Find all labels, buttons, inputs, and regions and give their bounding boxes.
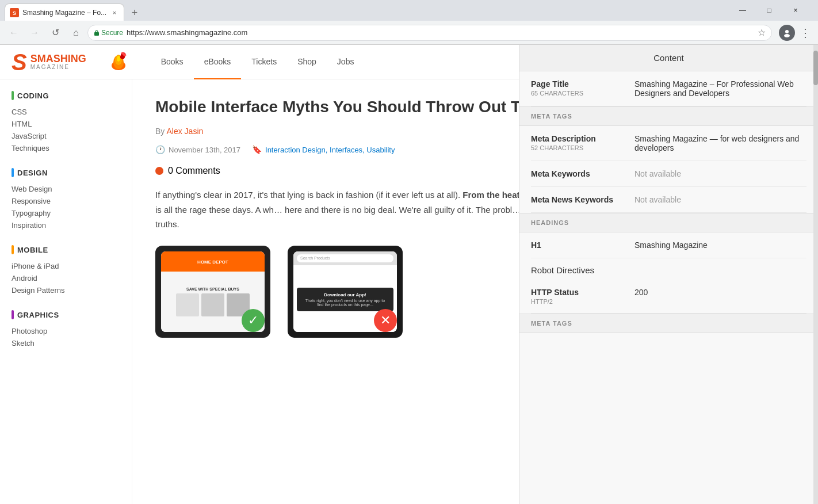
cross-badge: ✕ <box>374 309 397 332</box>
article-date: 🕐 November 13th, 2017 <box>155 145 240 154</box>
home-button[interactable]: ⌂ <box>67 24 85 42</box>
url-text: https://www.smashingmagazine.com <box>127 28 754 37</box>
nav-shop[interactable]: Shop <box>287 45 327 79</box>
design-label: DESIGN <box>17 169 48 177</box>
seo-scrollbar[interactable] <box>813 45 818 504</box>
active-tab[interactable]: S Smashing Magazine – Fo... × <box>5 3 124 21</box>
meta-keywords-label: Meta Keywords <box>531 169 623 178</box>
sidebar-section-mobile: MOBILE iPhone & iPad Android Design Patt… <box>12 245 120 296</box>
sidebar-item-inspiration[interactable]: Inspiration <box>12 219 120 231</box>
seo-row-meta-news: Meta News Keywords Not available <box>531 187 806 213</box>
back-button[interactable]: ← <box>5 24 23 42</box>
tab-close-button[interactable]: × <box>110 8 119 17</box>
sidebar-item-typography[interactable]: Typography <box>12 207 120 219</box>
forward-button[interactable]: → <box>25 24 44 42</box>
article-date-text: November 13th, 2017 <box>169 146 240 154</box>
tab-bar: S Smashing Magazine – Fo... × + <box>5 0 364 21</box>
page-title-value: Smashing Magazine – For Professional Web… <box>634 79 806 98</box>
sidebar-item-design-patterns[interactable]: Design Patterns <box>12 284 120 296</box>
mobile-label: MOBILE <box>17 246 48 254</box>
title-bar: S Smashing Magazine – Fo... × + — □ × <box>0 0 818 21</box>
headings-section-header: HEADINGS <box>519 213 818 232</box>
site-nav: Books eBooks Tickets Shop Jobs <box>151 45 365 79</box>
seo-label-page-title: Page Title 65 CHARACTERS <box>531 79 623 97</box>
meta-keywords-value: Not available <box>634 169 806 178</box>
svg-point-4 <box>784 34 790 37</box>
seo-section-headings: H1 Smashing Magazine <box>519 232 818 258</box>
sidebar-item-sketch[interactable]: Sketch <box>12 337 120 349</box>
sidebar-item-javascript[interactable]: JavaScript <box>12 130 120 142</box>
seo-row-h1: H1 Smashing Magazine <box>531 232 806 258</box>
address-bar[interactable]: Secure https://www.smashingmagazine.com … <box>87 25 772 41</box>
download-title: Download our App! <box>303 292 388 297</box>
seo-section-main: Page Title 65 CHARACTERS Smashing Magazi… <box>519 71 818 106</box>
clock-icon: 🕐 <box>155 145 165 154</box>
nav-ebooks[interactable]: eBooks <box>194 45 242 79</box>
http-status-label: HTTP Status <box>531 288 623 297</box>
product-img-2 <box>201 293 224 316</box>
meta-news-label: Meta News Keywords <box>531 195 623 204</box>
check-badge: ✓ <box>242 309 265 332</box>
nav-tickets[interactable]: Tickets <box>241 45 287 79</box>
browser-menu-button[interactable]: ⋮ <box>797 25 813 41</box>
seo-panel: Content Page Title 65 CHARACTERS Smashin… <box>519 45 818 504</box>
phone-search-bar: Search Products <box>293 251 397 265</box>
meta-tags-section-header: META TAGS <box>519 106 818 126</box>
svg-point-3 <box>785 30 789 33</box>
svg-text:HOME DEPOT: HOME DEPOT <box>197 259 228 265</box>
meta-tags-section-header-2: META TAGS <box>519 314 818 333</box>
phone-image-2: Search Products Download our App! Thats … <box>288 246 403 338</box>
seo-row-meta-keywords: Meta Keywords Not available <box>531 161 806 187</box>
page-title-label: Page Title <box>531 79 623 89</box>
new-tab-button[interactable]: + <box>127 5 143 21</box>
article-author[interactable]: Alex Jasin <box>166 127 203 136</box>
byline-prefix: By <box>155 127 166 136</box>
seo-scrollbar-thumb[interactable] <box>813 51 818 85</box>
sidebar-category-graphics: GRAPHICS <box>12 310 120 319</box>
seo-label-http-status: HTTP Status HTTP/2 <box>531 288 623 305</box>
sidebar-item-techniques[interactable]: Techniques <box>12 142 120 154</box>
sidebar-category-mobile: MOBILE <box>12 245 120 254</box>
seo-row-meta-desc: Meta Description 52 CHARACTERS Smashing … <box>531 126 806 161</box>
logo-text: SMASHING MAGAZINE <box>30 54 86 70</box>
comments-count: 0 Comments <box>168 166 220 176</box>
maximize-button[interactable]: □ <box>756 2 782 19</box>
download-sub: Thats right, you don't need to use any a… <box>303 299 388 307</box>
navigation-bar: ← → ↺ ⌂ Secure https://www.smashingmagaz… <box>0 21 818 45</box>
sidebar-section-coding: CODING CSS HTML JavaScript Techniques <box>12 91 120 154</box>
sidebar-item-html[interactable]: HTML <box>12 118 120 130</box>
sidebar-item-css[interactable]: CSS <box>12 106 120 118</box>
seo-row-page-title: Page Title 65 CHARACTERS Smashing Magazi… <box>531 71 806 106</box>
close-button[interactable]: × <box>782 2 809 19</box>
phone-screen-header: HOME DEPOT <box>161 251 265 272</box>
meta-desc-value: Smashing Magazine — for web designers an… <box>634 134 806 152</box>
meta-desc-label: Meta Description <box>531 134 623 143</box>
sidebar-item-photoshop[interactable]: Photoshop <box>12 325 120 337</box>
svg-point-8 <box>117 56 120 62</box>
nav-jobs[interactable]: Jobs <box>327 45 365 79</box>
seo-section-robot: HTTP Status HTTP/2 200 <box>519 280 818 314</box>
product-img-1 <box>176 293 199 316</box>
logo-s-letter: S <box>12 51 27 74</box>
refresh-button[interactable]: ↺ <box>46 24 64 42</box>
download-popup: Download our App! Thats right, you don't… <box>297 288 393 311</box>
tab-favicon: S <box>10 8 19 17</box>
sidebar-item-webdesign[interactable]: Web Design <box>12 183 120 195</box>
article-categories-text[interactable]: Interaction Design, Interfaces, Usabilit… <box>265 146 395 154</box>
page-area: S SMASHING MAGAZINE <box>0 45 818 504</box>
site-logo: S SMASHING MAGAZINE <box>12 51 86 74</box>
nav-books[interactable]: Books <box>151 45 194 79</box>
sidebar-item-iphone-ipad[interactable]: iPhone & iPad <box>12 260 120 272</box>
seo-panel-header: Content <box>519 45 818 71</box>
sidebar-category-design: DESIGN <box>12 168 120 177</box>
profile-button[interactable] <box>779 25 795 41</box>
sidebar: CODING CSS HTML JavaScript Techniques DE… <box>0 79 132 504</box>
sidebar-category-coding: CODING <box>12 91 120 100</box>
sidebar-item-responsive[interactable]: Responsive <box>12 195 120 207</box>
minimize-button[interactable]: — <box>729 2 756 19</box>
secure-label: Secure <box>101 29 123 37</box>
logo-magazine: MAGAZINE <box>30 64 86 70</box>
sidebar-item-android[interactable]: Android <box>12 272 120 284</box>
bookmark-button[interactable]: ☆ <box>758 27 766 38</box>
comments-dot <box>155 167 163 175</box>
